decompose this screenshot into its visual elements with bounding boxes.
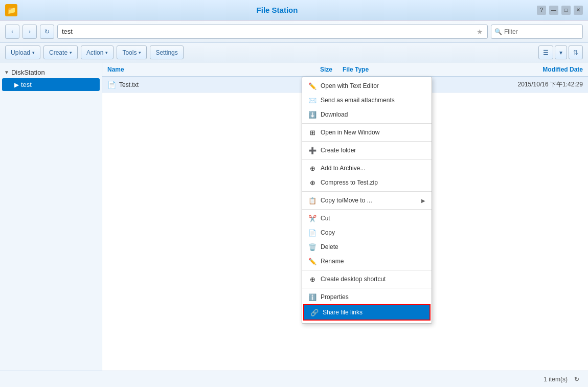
tools-button[interactable]: Tools ▾ (117, 45, 147, 59)
col-type[interactable]: File Type (337, 66, 419, 73)
sidebar-root-label: DiskStation (11, 69, 45, 76)
sort-button[interactable]: ⇅ (569, 45, 583, 59)
settings-button[interactable]: Settings (150, 45, 183, 59)
file-icon: 📄 (107, 81, 116, 89)
properties-icon: ℹ️ (308, 293, 316, 301)
upload-label: Upload (11, 49, 30, 56)
copy-move-icon: 📋 (308, 196, 316, 204)
menu-label-copy: Copy (321, 229, 425, 236)
item-count: 1 item(s) (544, 376, 568, 383)
separator-1 (302, 123, 432, 124)
text-editor-icon: ✏️ (308, 82, 316, 90)
tools-label: Tools (122, 49, 137, 56)
forward-button[interactable]: › (22, 25, 37, 39)
search-icon: 🔍 (494, 28, 502, 35)
menu-item-download[interactable]: ⬇️ Download (302, 107, 432, 122)
menu-item-open-new-window[interactable]: ⊞ Open in New Window (302, 125, 432, 140)
close-button[interactable]: ✕ (574, 6, 583, 15)
col-size[interactable]: Size (297, 66, 337, 73)
create-button[interactable]: Create ▾ (43, 45, 78, 59)
cut-icon: ✂️ (308, 214, 316, 222)
compress-icon: ⊕ (308, 178, 316, 187)
menu-item-share-file-links[interactable]: 🔗 Share file links (304, 305, 429, 320)
desktop-shortcut-icon: ⊕ (308, 275, 316, 283)
share-icon: 🔗 (310, 308, 319, 316)
root-arrow-icon: ▼ (4, 70, 9, 75)
menu-item-copy-move[interactable]: 📋 Copy to/Move to ... ▶ (302, 193, 432, 208)
col-date[interactable]: Modified Date (419, 66, 588, 73)
delete-icon: 🗑️ (308, 243, 316, 251)
maximize-button[interactable]: □ (561, 6, 571, 15)
menu-item-cut[interactable]: ✂️ Cut (302, 211, 432, 225)
titlebar: 📁 File Station ? — □ ✕ (0, 0, 588, 20)
share-item-wrapper: 🔗 Share file links (303, 304, 431, 321)
app-title: File Station (17, 6, 537, 14)
menu-label-desktop-shortcut: Create desktop shortcut (321, 276, 425, 283)
menu-label-rename: Rename (321, 258, 425, 265)
col-name[interactable]: Name (102, 66, 297, 73)
list-view-button[interactable]: ☰ (538, 45, 553, 59)
action-button[interactable]: Action ▾ (81, 45, 114, 59)
sidebar-item-test[interactable]: ▶ test (2, 78, 100, 91)
file-date-cell: 2015/10/16 下午1:42:29 (419, 80, 588, 89)
menu-item-copy[interactable]: 📄 Copy (302, 225, 432, 240)
search-input[interactable] (504, 28, 576, 35)
statusbar-refresh-button[interactable]: ↻ (572, 374, 582, 384)
menu-label-copy-move: Copy to/Move to ... (321, 197, 417, 204)
menu-label-open-new-window: Open in New Window (321, 129, 425, 136)
separator-3 (302, 159, 432, 160)
menu-label-properties: Properties (321, 293, 425, 301)
copy-icon: 📄 (308, 229, 316, 237)
menu-item-properties[interactable]: ℹ️ Properties (302, 290, 432, 304)
search-box[interactable]: 🔍 (491, 25, 583, 39)
new-window-icon: ⊞ (308, 128, 316, 136)
help-button[interactable]: ? (537, 6, 546, 15)
menu-item-rename[interactable]: ✏️ Rename (302, 254, 432, 268)
separator-2 (302, 141, 432, 142)
menu-label-cut: Cut (321, 215, 425, 222)
menu-label-create-folder: Create folder (321, 147, 425, 154)
address-text: test (62, 28, 73, 35)
add-archive-icon: ⊕ (308, 164, 316, 172)
menu-item-send-email[interactable]: ✉️ Send as email attachments (302, 93, 432, 107)
window-controls: ? — □ ✕ (537, 6, 583, 15)
separator-5 (302, 209, 432, 210)
menu-label-share-file-links: Share file links (323, 309, 423, 316)
separator-7 (302, 288, 432, 288)
menu-item-desktop-shortcut[interactable]: ⊕ Create desktop shortcut (302, 272, 432, 286)
separator-6 (302, 270, 432, 270)
email-icon: ✉️ (308, 96, 316, 104)
separator-4 (302, 191, 432, 192)
menu-label-compress: Compress to Test.zip (321, 179, 425, 186)
tools-arrow-icon: ▾ (139, 50, 141, 55)
create-folder-icon: ➕ (308, 146, 316, 154)
refresh-button[interactable]: ↻ (40, 25, 54, 39)
file-name: Test.txt (119, 81, 139, 88)
nav-toolbar: ‹ › ↻ test ★ 🔍 (0, 20, 588, 43)
actionbar: Upload ▾ Create ▾ Action ▾ Tools ▾ Setti… (0, 43, 588, 62)
file-list: Name Size File Type Modified Date 📄 Test… (102, 62, 588, 371)
app-icon: 📁 (5, 4, 17, 16)
sidebar: ▼ DiskStation ▶ test (0, 62, 102, 371)
menu-item-add-archive[interactable]: ⊕ Add to Archive... (302, 161, 432, 175)
sidebar-root-diskstation[interactable]: ▼ DiskStation (0, 66, 102, 78)
settings-label: Settings (155, 49, 177, 56)
menu-item-delete[interactable]: 🗑️ Delete (302, 240, 432, 254)
menu-label-add-archive: Add to Archive... (321, 165, 425, 172)
create-label: Create (49, 49, 67, 56)
menu-item-compress[interactable]: ⊕ Compress to Test.zip (302, 175, 432, 190)
view-option-button[interactable]: ▾ (555, 45, 567, 59)
rename-icon: ✏️ (308, 257, 316, 265)
action-arrow-icon: ▾ (105, 50, 108, 55)
menu-label-delete: Delete (321, 243, 425, 251)
folder-icon: ▶ (14, 81, 19, 88)
back-button[interactable]: ‹ (5, 25, 19, 39)
menu-label-send-email: Send as email attachments (321, 97, 425, 104)
upload-button[interactable]: Upload ▾ (5, 45, 40, 59)
copy-move-arrow-icon: ▶ (421, 198, 425, 203)
address-bar[interactable]: test ★ (57, 25, 488, 39)
minimize-button[interactable]: — (549, 6, 558, 15)
menu-item-create-folder[interactable]: ➕ Create folder (302, 143, 432, 157)
menu-item-open-text-editor[interactable]: ✏️ Open with Text Editor (302, 79, 432, 93)
menu-label-download: Download (321, 111, 425, 118)
